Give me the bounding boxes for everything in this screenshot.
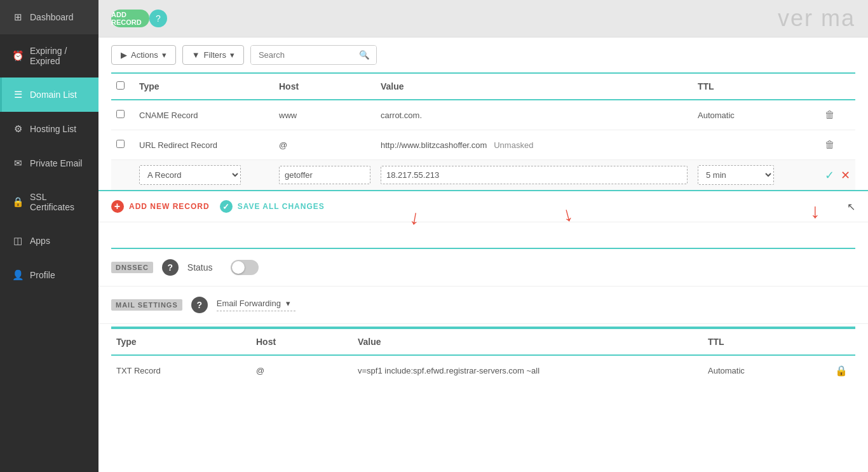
mail-dropdown-arrow: ▾ xyxy=(286,299,290,308)
sidebar-item-expiring[interactable]: ⏰ Expiring / Expired xyxy=(0,34,98,78)
url-host: @ xyxy=(274,130,376,160)
col-header-host: Host xyxy=(274,73,376,100)
table-row: URL Redirect Record @ http://www.blitzca… xyxy=(111,130,855,160)
txt-type: TXT Record xyxy=(111,355,251,386)
record-host-input[interactable] xyxy=(279,166,370,184)
record-actions-bar: + ADD NEW RECORD ✓ SAVE ALL CHANGES ↖ xyxy=(98,190,868,222)
sidebar-label-profile: Profile xyxy=(30,270,55,280)
mail-settings-badge: MAIL SETTINGS xyxy=(111,299,182,311)
bottom-table-section: Type Host Value TTL TXT Record @ v=spf1 … xyxy=(98,327,868,386)
save-all-changes-button[interactable]: ✓ SAVE ALL CHANGES xyxy=(220,200,325,213)
record-ttl-select[interactable]: 5 min Automatic 1 min 30 min 1 hour xyxy=(698,165,774,185)
bottom-col-type: Type xyxy=(111,328,251,355)
dnssec-row: DNSSEC ? Status xyxy=(98,249,868,287)
sidebar-label-private-email: Private Email xyxy=(30,158,82,168)
play-icon: ▶ xyxy=(121,50,127,60)
dropdown-arrow: ▾ xyxy=(162,50,166,60)
url-value: http://www.blitzcashoffer.com Unmasked xyxy=(376,130,693,160)
record-value-input[interactable] xyxy=(381,166,688,184)
mail-settings-value: Email Forwarding xyxy=(217,299,281,308)
sidebar-label-dashboard: Dashboard xyxy=(30,12,74,22)
table-row: TXT Record @ v=spf1 include:spf.efwd.reg… xyxy=(111,355,855,386)
ssl-icon: 🔒 xyxy=(12,196,24,208)
delete-url-button[interactable]: 🗑 xyxy=(825,139,835,150)
dnssec-toggle[interactable] xyxy=(231,260,259,275)
dns-records-table: Type Host Value TTL CNAME Record www car… xyxy=(111,72,855,190)
mail-settings-row: MAIL SETTINGS ? Email Forwarding ▾ xyxy=(98,287,868,324)
search-input[interactable] xyxy=(251,46,353,64)
dnssec-help-button[interactable]: ? xyxy=(162,259,179,276)
toolbar: ▶ Actions ▾ ▼ Filters ▾ 🔍 xyxy=(98,37,868,72)
sidebar-item-dashboard[interactable]: ⊞ Dashboard xyxy=(0,0,98,34)
top-bar: ADD RECORD ? ver ma xyxy=(98,0,868,37)
delete-cname-button[interactable]: 🗑 xyxy=(825,109,835,120)
txt-host: @ xyxy=(251,355,353,386)
add-record-label: ADD NEW RECORD xyxy=(129,202,210,211)
dnssec-badge: DNSSEC xyxy=(111,262,153,273)
filters-label: Filters xyxy=(204,50,226,60)
record-type-select[interactable]: A Record CNAME Record TXT Record MX Reco… xyxy=(139,165,241,185)
sidebar-label-expiring: Expiring / Expired xyxy=(30,46,88,66)
search-box: 🔍 xyxy=(250,45,377,65)
profile-icon: 👤 xyxy=(12,269,24,281)
cname-host: www xyxy=(274,100,376,130)
url-ttl xyxy=(693,130,820,160)
add-record-top-btn[interactable]: ? xyxy=(149,10,167,27)
cancel-record-button[interactable]: ✕ xyxy=(841,168,850,182)
domain-list-icon: ☰ xyxy=(12,89,24,100)
url-type: URL Redirect Record xyxy=(134,130,274,160)
private-email-icon: ✉ xyxy=(12,158,24,169)
lock-icon: 🔒 xyxy=(835,365,848,376)
cname-value: carrot.com. xyxy=(376,100,693,130)
bottom-dns-table: Type Host Value TTL TXT Record @ v=spf1 … xyxy=(111,328,855,386)
save-changes-label: SAVE ALL CHANGES xyxy=(238,202,325,211)
search-button[interactable]: 🔍 xyxy=(353,46,376,64)
txt-ttl: Automatic xyxy=(703,355,830,386)
dashboard-icon: ⊞ xyxy=(12,11,24,23)
sidebar-item-domain-list[interactable]: ☰ Domain List xyxy=(0,78,98,112)
sidebar-item-hosting-list[interactable]: ⚙ Hosting List xyxy=(0,112,98,146)
expiring-icon: ⏰ xyxy=(12,50,24,62)
mail-settings-help-button[interactable]: ? xyxy=(191,297,208,313)
filters-dropdown-arrow: ▾ xyxy=(230,50,234,60)
save-record-button[interactable]: ✓ xyxy=(825,168,834,182)
dnssec-status-label: Status xyxy=(187,262,213,273)
filter-icon: ▼ xyxy=(192,50,200,60)
bottom-col-host: Host xyxy=(251,328,353,355)
table-row: CNAME Record www carrot.com. Automatic 🗑 xyxy=(111,100,855,130)
bottom-col-value: Value xyxy=(353,328,703,355)
row-checkbox-url[interactable] xyxy=(116,140,125,148)
sidebar-label-ssl: SSL Certificates xyxy=(30,192,88,212)
filters-button[interactable]: ▼ Filters ▾ xyxy=(182,45,244,65)
actions-button[interactable]: ▶ Actions ▾ xyxy=(111,45,176,65)
cname-ttl: Automatic xyxy=(693,100,820,130)
sidebar-label-apps: Apps xyxy=(30,236,50,246)
sidebar: ⊞ Dashboard ⏰ Expiring / Expired ☰ Domai… xyxy=(0,0,98,472)
cursor-pointer-indicator: ↖ xyxy=(847,201,855,213)
actions-label: Actions xyxy=(131,50,158,60)
dns-records-table-section: Type Host Value TTL CNAME Record www car… xyxy=(98,72,868,190)
page-title: ver ma xyxy=(167,5,855,32)
hosting-list-icon: ⚙ xyxy=(12,123,24,135)
bottom-col-ttl: TTL xyxy=(703,328,830,355)
cname-type: CNAME Record xyxy=(134,100,274,130)
sidebar-label-domain-list: Domain List xyxy=(30,90,77,100)
sidebar-label-hosting-list: Hosting List xyxy=(30,124,76,134)
sidebar-item-private-email[interactable]: ✉ Private Email xyxy=(0,146,98,180)
plus-icon: + xyxy=(111,200,124,213)
sidebar-item-apps[interactable]: ◫ Apps xyxy=(0,224,98,258)
select-all-checkbox[interactable] xyxy=(116,81,125,90)
txt-value: v=spf1 include:spf.efwd.registrar-server… xyxy=(353,355,703,386)
sidebar-item-ssl-certificates[interactable]: 🔒 SSL Certificates xyxy=(0,180,98,224)
col-header-type: Type xyxy=(134,73,274,100)
sidebar-item-profile[interactable]: 👤 Profile xyxy=(0,258,98,292)
mail-settings-dropdown[interactable]: Email Forwarding ▾ xyxy=(217,299,295,311)
apps-icon: ◫ xyxy=(12,235,24,246)
main-content: ADD RECORD ? ver ma ▶ Actions ▾ ▼ Filter… xyxy=(98,0,868,472)
col-header-value: Value xyxy=(376,73,693,100)
col-header-ttl: TTL xyxy=(693,73,820,100)
save-check-icon: ✓ xyxy=(220,200,233,213)
add-new-record-button[interactable]: + ADD NEW RECORD xyxy=(111,200,210,213)
table-row-edit: A Record CNAME Record TXT Record MX Reco… xyxy=(111,160,855,191)
row-checkbox-cname[interactable] xyxy=(116,110,125,118)
